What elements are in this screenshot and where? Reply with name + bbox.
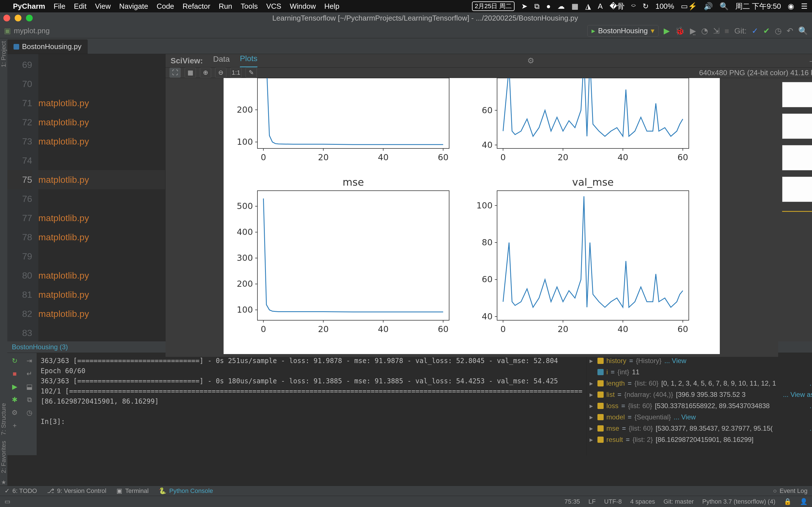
plot-viewport[interactable]: 1002000204060406002040601002003004005000… [165,78,778,357]
event-log[interactable]: ○ Event Log [773,487,808,495]
debug-icon[interactable]: ✱ [12,396,17,404]
menu-run[interactable]: Run [219,2,232,11]
variable-row[interactable]: ▸loss = {list: 60} [530.337816558922, 89… [590,400,812,411]
tab-python-console[interactable]: 🐍 Python Console [159,487,213,495]
attach-button[interactable]: ⇲ [713,26,719,36]
bell-icon[interactable]: ● [546,2,551,11]
scroll-to-end-icon[interactable]: ⬓ [26,383,33,391]
menu-window[interactable]: Window [290,2,316,11]
plot-thumbnail[interactable]: × [782,177,812,202]
timemachine-icon[interactable]: ↻ [643,2,649,11]
code-editor[interactable]: 69 70 71 72 73 74 75 76 77 78 79 80 81 8… [7,54,165,341]
menu-code[interactable]: Code [156,2,174,11]
variable-row[interactable]: ▸model = {Sequential} ... View [590,411,812,423]
git-history-button[interactable]: ◷ [775,26,781,36]
sciview-tab-plots[interactable]: Plots [240,54,257,67]
add-icon[interactable]: + [13,421,17,430]
breadcrumb[interactable]: myplot.png [14,26,50,35]
app-name[interactable]: PyCharm [13,2,45,11]
link-icon[interactable]: ⧉ [27,396,32,404]
line-separator[interactable]: LF [589,498,596,505]
run-with-coverage-button[interactable]: ▶̤ [690,26,696,36]
tab-todo[interactable]: ✓ 6: TODO [4,487,37,495]
triangle-icon[interactable]: ◮ [585,2,591,11]
menu-tools[interactable]: Tools [241,2,258,11]
tab-terminal[interactable]: ▣ Terminal [116,487,149,495]
sciview-tab-data[interactable]: Data [213,55,230,67]
tab-version-control[interactable]: ⎇ 9: Version Control [47,487,106,495]
plot-thumbnail[interactable]: × [782,145,812,170]
cloud-icon[interactable]: ☁ [557,2,565,11]
python-console-output[interactable]: 363/363 [==============================]… [37,353,587,455]
menu-view[interactable]: View [95,2,111,11]
a-icon[interactable]: A [598,2,603,11]
battery-label[interactable]: 100% [656,2,674,11]
siri-icon[interactable]: ◉ [788,2,794,11]
plot-thumbnail[interactable]: × [782,82,812,107]
menu-file[interactable]: File [54,2,65,11]
lock-icon[interactable]: 🔒 [784,498,792,505]
bluetooth-icon[interactable]: �骨 [610,1,624,11]
git-branch[interactable]: Git: master [663,498,694,505]
profile-button[interactable]: ◔ [701,26,708,36]
inspect-icon[interactable]: 👤 [800,498,808,505]
color-picker-icon[interactable]: ✎ [246,68,257,78]
hide-panel-icon[interactable]: — [810,56,812,65]
indent[interactable]: 4 spaces [630,498,655,505]
star-icon[interactable]: ★ [1,479,6,486]
spotlight-icon[interactable]: 🔍 [719,2,728,11]
screenshot-icon[interactable]: ⧉ [534,2,540,11]
debug-button[interactable]: 🐞 [675,26,685,36]
menubar-date[interactable]: 2月25日 周二 [472,1,515,11]
wifi-icon[interactable]: ⌔ [631,2,636,11]
paper-plane-icon[interactable]: ➤ [521,2,527,11]
actual-size-button[interactable]: 1:1 [231,68,242,78]
rerun-icon[interactable]: ↻ [12,357,17,365]
minimize-icon[interactable] [15,15,21,21]
caret-position[interactable]: 75:35 [564,498,580,505]
editor-tab[interactable]: BostonHousing.py [7,40,88,54]
stop-icon[interactable]: ■ [13,370,17,378]
history-icon[interactable]: ◷ [27,409,33,416]
variable-row[interactable]: ▸list = {ndarray: (404,)} [396.9 395.38 … [590,389,812,400]
tool-favorites[interactable]: 2: Favorites [0,441,7,473]
menu-navigate[interactable]: Navigate [119,2,148,11]
layout-icon[interactable]: ⇥ [27,357,32,365]
resume-icon[interactable]: ▶ [12,383,17,391]
tool-structure[interactable]: 7: Structure [0,403,7,435]
git-revert-button[interactable]: ↶ [786,26,793,36]
stop-button[interactable]: ■ [725,26,729,36]
variable-row[interactable]: i = {int} 11 [590,367,812,378]
search-everywhere-button[interactable]: 🔍 [798,26,808,36]
variable-row[interactable]: ▸history = {History} ... View [590,355,812,367]
interpreter[interactable]: Python 3.7 (tensorflow) (4) [702,498,775,505]
file-encoding[interactable]: UTF-8 [604,498,622,505]
close-icon[interactable] [3,15,10,21]
status-icon[interactable]: ▭ [4,498,10,505]
notification-center-icon[interactable]: ☰ [801,2,808,11]
menu-vcs[interactable]: VCS [266,2,281,11]
battery-icon[interactable]: ▭⚡ [681,2,697,11]
grid-view-icon[interactable]: ▦ [185,68,196,78]
variable-row[interactable]: ▸mse = {list: 60} [530.3377, 89.35437, 9… [590,423,812,434]
variables-panel[interactable]: ▸history = {History} ... Viewi = {int} 1… [587,353,812,455]
git-commit-button[interactable]: ✔ [763,26,770,36]
volume-icon[interactable]: 🔊 [704,2,713,11]
grid-icon[interactable]: ▦ [571,2,578,11]
run-config-selector[interactable]: ▸ BostonHousing ▾ [587,25,658,37]
menu-edit[interactable]: Edit [74,2,87,11]
code-lines[interactable]: matplotlib.py matplotlib.py matplotlib.p… [38,54,165,341]
tool-project[interactable]: 1: Project [0,41,7,67]
zoom-out-icon[interactable]: ⊖ [215,68,226,78]
git-update-button[interactable]: ✓ [752,26,758,36]
fullscreen-icon[interactable]: ⛶ [169,68,181,78]
menu-refactor[interactable]: Refactor [183,2,210,11]
variable-row[interactable]: ▸result = {list: 2} [86.16298720415901, … [590,434,812,445]
menu-help[interactable]: Help [324,2,339,11]
clock[interactable]: 周二 下午9:50 [735,1,781,11]
zoom-icon[interactable] [26,15,33,21]
zoom-in-icon[interactable]: ⊕ [200,68,211,78]
run-button[interactable]: ▶ [664,26,670,36]
variable-row[interactable]: ▸length = {list: 60} [0, 1, 2, 3, 4, 5, … [590,378,812,389]
plot-thumbnail[interactable]: × [782,114,812,139]
